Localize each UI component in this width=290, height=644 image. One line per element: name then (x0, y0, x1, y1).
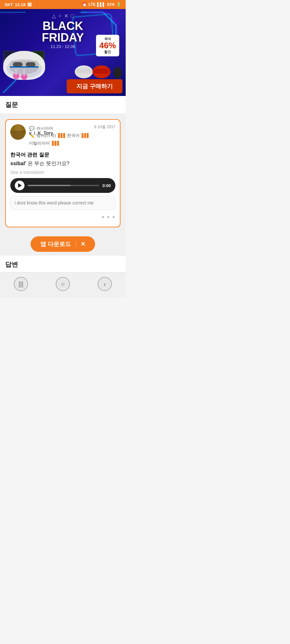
card-header: 💬 러시아어 ✏️ 영어(미국) 한국어 이탈리아어 (10, 124, 115, 147)
discount-badge: 최대 46% 할인 (96, 35, 119, 56)
signal-label: LTE (89, 2, 96, 7)
answer-section: 답변 (0, 256, 126, 272)
image-icon: 🖼 (27, 2, 32, 7)
carrier-label: SKT (5, 2, 13, 7)
discount-percent: 46% (99, 41, 116, 50)
back-icon: ‹ (104, 280, 106, 288)
svg-rect-11 (23, 69, 25, 76)
svg-rect-14 (76, 69, 92, 73)
discount-sale-label: 할인 (99, 50, 116, 54)
download-close-button[interactable]: ✕ (81, 241, 85, 248)
svg-rect-7 (26, 62, 35, 67)
english-level-dots (58, 133, 65, 138)
ad-date-range: 11.23 - 12.06 (51, 44, 75, 49)
audio-progress-bar[interactable] (28, 185, 99, 186)
see-translation-link[interactable]: See a translation (10, 170, 115, 175)
italian-level-dots (52, 141, 59, 146)
svg-point-17 (113, 67, 122, 79)
question-card: 💬 러시아어 ✏️ 영어(미국) 한국어 이탈리아어 (5, 119, 121, 227)
svg-rect-6 (13, 62, 23, 67)
lang-korean-label: 한국어 (67, 133, 80, 138)
audio-player[interactable]: 0:00 (10, 178, 115, 193)
question-title: 한국어 관련 질문 (10, 152, 115, 158)
svg-rect-9 (15, 69, 17, 75)
audio-time: 0:00 (102, 183, 111, 188)
status-bar-left: SKT 12:18 🖼 (5, 2, 32, 7)
question-word: ssibal' (10, 161, 26, 166)
nav-home-button[interactable]: ○ (56, 277, 70, 291)
play-button[interactable] (15, 181, 24, 190)
time-label: 12:18 (15, 2, 25, 7)
korean-level-dots (82, 133, 89, 138)
svg-rect-16 (93, 69, 110, 73)
status-bar-right: ⏰ LTE ▌▌▌ 81% 🔋 (82, 2, 121, 7)
black-friday-title: BLACKFRIDAY (42, 20, 84, 43)
buy-now-button[interactable]: 지금 구매하기 (67, 79, 122, 93)
user-info: 💬 러시아어 ✏️ 영어(미국) 한국어 이탈리아어 (10, 124, 94, 147)
play-icon (18, 183, 22, 188)
avatar (10, 124, 26, 140)
ps-vr-headset (3, 51, 45, 80)
home-icon: ○ (61, 280, 65, 288)
comment-text-box: i dont know this word please correct me (10, 196, 115, 210)
nav-menu-button[interactable]: ||| (14, 277, 28, 291)
status-bar: SKT 12:18 🖼 ⏰ LTE ▌▌▌ 81% 🔋 (0, 0, 126, 9)
download-divider (76, 241, 76, 247)
ad-banner[interactable]: △○✕□ BLACKFRIDAY 11.23 - 12.06 최대 46% 할인 (0, 9, 126, 96)
user-details: 💬 러시아어 ✏️ 영어(미국) 한국어 이탈리아어 (29, 124, 94, 147)
app-download-label: 앱 다운로드 (40, 240, 71, 248)
nav-back-button[interactable]: ‹ (98, 277, 112, 291)
alarm-icon: ⏰ (82, 2, 87, 7)
post-date: 8 10월 2017 (94, 124, 115, 130)
svg-rect-12 (10, 66, 39, 68)
audio-progress-fill (28, 185, 71, 186)
question-suffix: 은 무슨 뜻인가요? (28, 161, 70, 166)
signal-bars-icon: ▌▌▌ (97, 2, 105, 7)
svg-rect-20 (10, 131, 26, 133)
question-text: ssibal' 은 무슨 뜻인가요? (10, 160, 115, 167)
app-download-button[interactable]: 앱 다운로드 ✕ (31, 236, 95, 252)
menu-icon: ||| (18, 280, 24, 288)
controllers (74, 61, 122, 80)
app-download-bar: 앱 다운로드 ✕ (0, 232, 126, 256)
question-section-header: 질문 (0, 96, 126, 114)
bottom-navigation: ||| ○ ‹ (0, 272, 126, 298)
svg-rect-21 (12, 133, 24, 140)
lang-italian-label: 이탈리아어 (29, 140, 50, 146)
question-area: 💬 러시아어 ✏️ 영어(미국) 한국어 이탈리아어 (0, 114, 126, 232)
more-options-button[interactable]: • • • (10, 212, 115, 222)
battery-icon: 🔋 (116, 2, 121, 7)
battery-label: 81% (107, 2, 115, 7)
question-section-title: 질문 (5, 101, 18, 108)
ps-symbols: △○✕□ (52, 13, 74, 19)
answer-section-title: 답변 (5, 261, 18, 268)
